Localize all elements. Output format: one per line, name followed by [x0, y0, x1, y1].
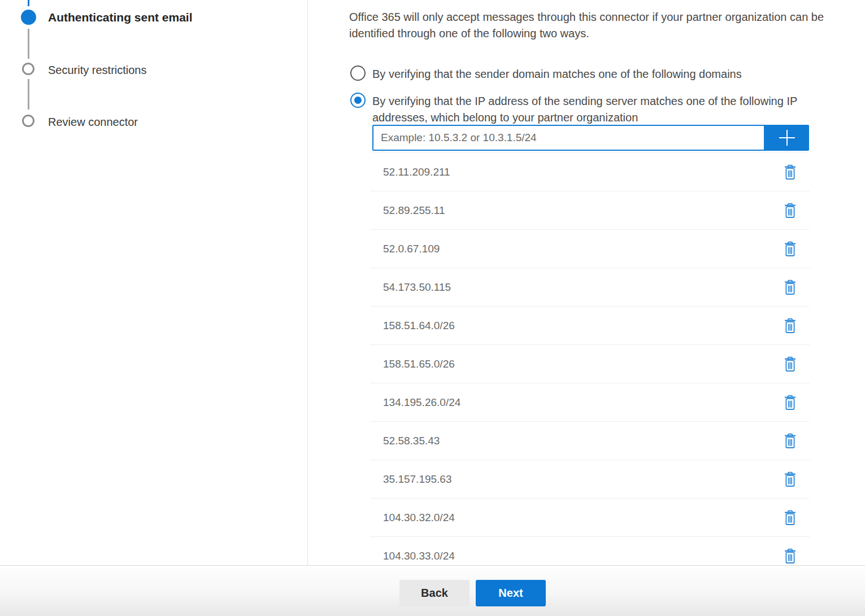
- trash-icon: [784, 548, 797, 564]
- trash-icon: [784, 318, 797, 334]
- trash-icon: [784, 471, 797, 487]
- delete-ip-button[interactable]: [779, 468, 801, 491]
- trash-icon: [784, 510, 797, 526]
- ip-address-label: 52.89.255.11: [383, 204, 779, 217]
- radio-label-line: addresses, which belong to your partner …: [372, 110, 797, 126]
- delete-ip-button[interactable]: [779, 276, 801, 299]
- delete-ip-button[interactable]: [779, 314, 801, 338]
- description-line: identified through one of the following …: [349, 25, 824, 42]
- ip-row: 134.195.26.0/24: [370, 383, 810, 422]
- ip-list: 52.11.209.211 52.89.255.11: [370, 152, 810, 565]
- wizard-footer: Back Next: [0, 565, 865, 616]
- step-connector-line-completed: [28, 0, 29, 6]
- trash-icon: [784, 433, 797, 449]
- ip-row: 158.51.64.0/26: [370, 307, 810, 345]
- ip-address-label: 158.51.64.0/26: [383, 320, 779, 332]
- description-line: Office 365 will only accept messages thr…: [349, 9, 824, 25]
- back-button[interactable]: Back: [399, 580, 470, 606]
- delete-ip-button[interactable]: [779, 237, 801, 261]
- active-step-dot-icon: [21, 10, 36, 25]
- delete-ip-button[interactable]: [779, 506, 801, 530]
- delete-ip-button[interactable]: [779, 429, 801, 453]
- ip-address-label: 54.173.50.115: [383, 281, 779, 294]
- delete-ip-button[interactable]: [779, 199, 801, 222]
- radio-option-label: By verifying that the IP address of the …: [372, 93, 797, 126]
- ip-row: 52.89.255.11: [370, 191, 810, 230]
- next-button[interactable]: Next: [476, 580, 546, 606]
- ip-row: 104.30.33.0/24: [370, 537, 810, 565]
- delete-ip-button[interactable]: [779, 160, 801, 184]
- add-ip-button[interactable]: [765, 125, 809, 151]
- delete-ip-button[interactable]: [779, 352, 801, 376]
- ip-row: 158.51.65.0/26: [370, 345, 810, 383]
- ip-address-label: 52.0.67.109: [383, 243, 779, 255]
- radio-selected-icon: [350, 93, 366, 108]
- trash-icon: [784, 203, 797, 219]
- step-description: Office 365 will only accept messages thr…: [349, 9, 824, 42]
- radio-unselected-icon: [350, 65, 366, 81]
- ip-row: 52.11.209.211: [370, 153, 810, 191]
- ip-address-label: 104.30.32.0/24: [383, 512, 779, 524]
- ip-address-label: 52.11.209.211: [383, 166, 779, 178]
- step-label: Security restrictions: [48, 64, 147, 77]
- wizard-step-rail: Authenticating sent email Security restr…: [0, 0, 308, 565]
- radio-label-line: By verifying that the IP address of the …: [372, 93, 797, 110]
- ip-entry-row: [372, 125, 809, 151]
- step-label: Review connector: [48, 116, 138, 129]
- step-content-panel: Office 365 will only accept messages thr…: [308, 0, 865, 565]
- step-connector-line: [28, 29, 29, 59]
- ip-address-label: 52.58.35.43: [383, 435, 779, 447]
- ip-row: 52.58.35.43: [370, 422, 810, 460]
- ip-address-label: 134.195.26.0/24: [383, 396, 779, 409]
- ip-row: 54.173.50.115: [370, 268, 810, 307]
- step-label: Authenticating sent email: [48, 11, 193, 24]
- plus-icon: [777, 128, 797, 147]
- connector-wizard-page: Authenticating sent email Security restr…: [0, 0, 865, 616]
- radio-option-ip-address[interactable]: By verifying that the IP address of the …: [350, 93, 859, 124]
- radio-option-label: By verifying that the sender domain matc…: [372, 66, 742, 82]
- ip-row: 104.30.32.0/24: [370, 499, 810, 537]
- ip-row: 52.0.67.109: [370, 230, 810, 268]
- trash-icon: [784, 279, 797, 295]
- trash-icon: [784, 356, 797, 372]
- ip-row: 35.157.195.63: [370, 460, 810, 499]
- delete-ip-button[interactable]: [779, 544, 801, 566]
- ip-address-label: 104.30.33.0/24: [383, 550, 779, 562]
- upcoming-step-circle-icon: [22, 115, 34, 127]
- delete-ip-button[interactable]: [779, 391, 801, 414]
- trash-icon: [784, 395, 797, 410]
- trash-icon: [784, 241, 797, 257]
- trash-icon: [784, 164, 797, 180]
- ip-address-label: 158.51.65.0/26: [383, 358, 779, 370]
- ip-address-input[interactable]: [372, 125, 765, 151]
- upcoming-step-circle-icon: [22, 63, 34, 75]
- ip-address-label: 35.157.195.63: [383, 473, 779, 486]
- step-connector-line: [28, 79, 29, 110]
- radio-option-sender-domain[interactable]: By verifying that the sender domain matc…: [350, 65, 859, 81]
